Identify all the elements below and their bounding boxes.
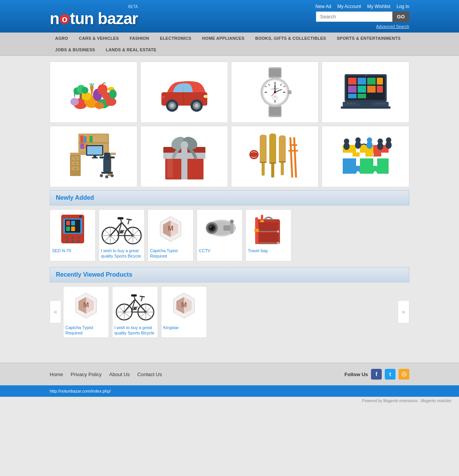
svg-line-14 (93, 83, 94, 86)
recently-card-captcha[interactable]: M Captcha Typist Required (63, 286, 109, 338)
svg-rect-183 (230, 222, 233, 234)
footer-home-link[interactable]: Home (50, 372, 63, 377)
svg-point-50 (274, 91, 276, 93)
category-card-cricket[interactable] (231, 126, 319, 187)
follow-us-label: Follow Us (345, 372, 368, 377)
svg-text:M: M (83, 301, 89, 309)
svg-point-18 (78, 103, 86, 109)
agro-icon (69, 67, 119, 117)
nav-cars[interactable]: CARS & VEHICLES (73, 33, 124, 44)
svg-point-112 (181, 141, 188, 149)
product-card-travelbag[interactable]: Travel bag (246, 209, 291, 261)
rss-icon[interactable]: ☉ (399, 369, 409, 380)
category-card-desk[interactable] (50, 126, 137, 187)
recently-viewed-title: Recently Viewed Products (56, 271, 132, 278)
svg-line-216 (140, 296, 145, 297)
nav-jobs[interactable]: JOBS & BUSINESS (50, 44, 101, 55)
login-link[interactable]: Log In (397, 4, 409, 9)
svg-line-210 (135, 299, 146, 312)
nav-books[interactable]: BOOKS, GIFTS & COLLECTIBLES (250, 33, 331, 44)
category-card-car[interactable] (140, 62, 228, 123)
footer-privacy-link[interactable]: Privacy Policy (71, 372, 102, 377)
nav-lands[interactable]: LANDS & REAL ESTATE (101, 44, 162, 55)
follow-section: Follow Us f t ☉ (345, 369, 409, 380)
recently-title-bicycle: I wish to buy a great quality Sports Bic… (114, 325, 156, 336)
product-card-captcha[interactable]: M Captcha Typist Required (148, 209, 194, 261)
svg-rect-84 (75, 168, 76, 169)
nav-electronics[interactable]: ELECTRONICS (155, 33, 197, 44)
svg-point-105 (111, 174, 114, 177)
svg-rect-62 (367, 86, 376, 93)
svg-rect-117 (269, 134, 276, 164)
product-card-phone[interactable]: SED N-70 (50, 209, 96, 261)
category-card-gift[interactable] (140, 126, 228, 187)
recently-title-kingstar: Kingstar (163, 325, 205, 330)
recently-card-bicycle[interactable]: I wish to buy a great quality Sports Bic… (112, 286, 158, 338)
svg-point-149 (72, 240, 74, 243)
header-right: New Ad My Account My Wishlist Log In GO … (316, 4, 409, 29)
next-arrow[interactable]: » (398, 300, 409, 323)
svg-rect-188 (254, 229, 259, 232)
newly-added-header: Newly Added (50, 190, 409, 205)
svg-rect-32 (269, 69, 281, 77)
navigation-bar: AGRO CARS & VEHICLES FASHION ELECTRONICS… (0, 33, 459, 56)
svg-rect-89 (80, 135, 83, 142)
gift-icon (160, 132, 209, 181)
recently-products-list: M Captcha Typist Required (63, 286, 207, 338)
header-links: New Ad My Account My Wishlist Log In (316, 4, 409, 9)
twitter-icon[interactable]: t (385, 369, 396, 380)
my-account-link[interactable]: My Account (337, 4, 361, 9)
svg-rect-73 (353, 103, 355, 104)
svg-rect-38 (288, 90, 291, 94)
nav-agro[interactable]: AGRO (50, 33, 73, 44)
bicycle-product-icon (101, 213, 142, 245)
desk-icon (67, 132, 120, 181)
svg-rect-143 (66, 227, 70, 231)
category-card-business[interactable] (322, 126, 409, 187)
category-card-agro[interactable] (50, 62, 137, 123)
search-input[interactable] (316, 11, 392, 22)
my-wishlist-link[interactable]: My Wishlist (367, 4, 391, 9)
svg-rect-80 (75, 158, 76, 159)
svg-point-181 (210, 226, 212, 228)
svg-rect-70 (360, 103, 371, 106)
svg-rect-72 (350, 103, 352, 104)
magento-icon: M (157, 215, 184, 243)
svg-rect-74 (377, 103, 379, 104)
svg-text:M: M (168, 225, 174, 232)
laptop-icon (339, 71, 392, 113)
footer-navigation: Home Privacy Policy About Us Contact Us … (0, 363, 459, 385)
svg-rect-69 (341, 106, 391, 109)
product-card-bicycle[interactable]: I wish to buy a great quality Sports Bic… (99, 209, 145, 261)
svg-rect-63 (377, 86, 383, 93)
category-card-laptop[interactable] (322, 62, 409, 123)
svg-rect-90 (84, 136, 86, 142)
svg-rect-56 (348, 78, 356, 85)
svg-rect-68 (358, 101, 373, 103)
nav-sports[interactable]: SPORTS & ENTERTAINMENTS (331, 33, 406, 44)
footer-contact-link[interactable]: Contact Us (137, 372, 162, 377)
spacer (50, 346, 409, 357)
svg-point-184 (230, 220, 234, 223)
category-grid-row1: LUXURY (50, 62, 409, 123)
svg-point-15 (98, 84, 107, 95)
prev-arrow[interactable]: « (50, 300, 61, 323)
facebook-icon[interactable]: f (371, 369, 382, 380)
svg-rect-190 (259, 222, 278, 231)
category-card-watch[interactable]: LUXURY (231, 62, 319, 123)
svg-line-123 (290, 137, 292, 178)
beta-label: BETA (50, 5, 138, 9)
product-image-phone (52, 212, 93, 246)
recently-card-kingstar[interactable]: M Kingstar (161, 286, 207, 338)
site-logo[interactable]: notun bazar (50, 10, 138, 28)
search-button[interactable]: GO (392, 11, 409, 22)
new-ad-link[interactable]: New Ad (316, 4, 331, 9)
advanced-search-link[interactable]: Advanced Search (376, 24, 409, 29)
svg-point-104 (105, 175, 108, 178)
main-content: LUXURY (50, 62, 409, 357)
nav-home-appliances[interactable]: HOME APPLIANCES (197, 33, 250, 44)
footer-about-link[interactable]: About Us (109, 372, 130, 377)
logo-area: BETA notun bazar (50, 5, 138, 28)
product-card-cctv[interactable]: CCTV (197, 209, 243, 261)
nav-fashion[interactable]: FASHION (124, 33, 155, 44)
